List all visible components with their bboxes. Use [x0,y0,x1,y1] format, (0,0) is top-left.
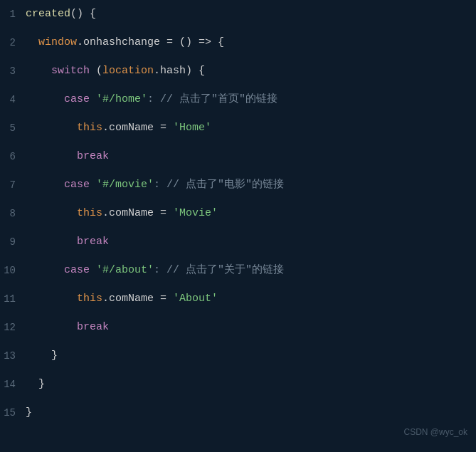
token [26,150,77,162]
token: this [77,122,102,134]
line-number: 3 [0,57,26,85]
token: . [154,65,160,77]
token: : // 点击了"电影"的链接 [154,179,284,191]
token: comName [109,207,154,219]
code-line: 9 break [0,228,476,256]
token: onhashchange [83,36,160,48]
code-line: 13 } [0,342,476,370]
line-content: this.comName = 'About' [26,285,476,313]
code-line: 11 this.comName = 'About' [0,285,476,313]
token [26,321,77,333]
code-line: 14 } [0,370,476,399]
line-content: window.onhashchange = () => { [26,28,476,57]
token: hash [160,65,186,77]
code-line: 10 case '#/about': // 点击了"关于"的链接 [0,256,476,285]
token: location [102,65,154,77]
token: 'About' [173,293,218,305]
token: break [77,321,109,333]
line-content: break [26,313,476,342]
line-number: 2 [0,28,26,57]
line-content: case '#/movie': // 点击了"电影"的链接 [26,171,476,199]
line-number: 7 [0,171,26,199]
line-content: this.comName = 'Home' [26,114,476,142]
token: '#/about' [96,264,154,276]
token [90,93,96,105]
line-content: created() { [26,0,476,28]
token: comName [109,122,154,134]
line-number: 6 [0,142,26,171]
code-line: 4 case '#/home': // 点击了"首页"的链接 [0,85,476,114]
token [26,236,77,248]
token [26,65,51,77]
line-number: 12 [0,313,26,342]
token [90,179,96,191]
token: : // 点击了"首页"的链接 [147,93,277,105]
token [26,122,77,134]
token [26,264,64,276]
token: '#/home' [96,93,147,105]
line-number: 4 [0,85,26,114]
token: switch [51,65,90,77]
token: ( [90,65,102,77]
token: comName [109,293,154,305]
token: } [26,349,58,362]
token: . [102,122,109,134]
line-content: switch (location.hash) { [26,57,476,85]
token [26,293,77,305]
code-line: 12 break [0,313,476,342]
token [26,93,64,105]
line-content: break [26,228,476,256]
token: this [77,207,102,219]
token: created [26,8,70,20]
token [26,36,38,48]
line-number: 15 [0,399,26,427]
token: } [26,378,45,390]
token: = [154,122,173,134]
code-line: 8 this.comName = 'Movie' [0,199,476,228]
token: ) { [186,65,205,77]
line-number: 11 [0,285,26,313]
token: '#/movie' [96,179,154,191]
token [26,207,77,219]
token: = () => { [160,36,224,48]
code-line: 6 break [0,142,476,171]
line-content: case '#/about': // 点击了"关于"的链接 [26,256,476,285]
token: . [102,207,109,219]
token: break [77,236,109,248]
token: break [77,150,109,162]
line-number: 9 [0,228,26,256]
token: case [64,93,90,105]
token: = [154,293,173,305]
line-number: 13 [0,342,26,370]
token: . [77,36,83,48]
line-number: 14 [0,370,26,399]
token: = [154,207,173,219]
token: 'Movie' [173,207,218,219]
token: : // 点击了"关于"的链接 [154,264,284,276]
code-line: 5 this.comName = 'Home' [0,114,476,142]
token: } [26,406,32,419]
line-content: case '#/home': // 点击了"首页"的链接 [26,85,476,114]
token: . [102,293,109,305]
code-line: 2 window.onhashchange = () => { [0,28,476,57]
token: this [77,293,102,305]
line-number: 5 [0,114,26,142]
code-line: 3 switch (location.hash) { [0,57,476,85]
token: 'Home' [173,122,211,134]
line-number: 1 [0,0,26,28]
token [26,179,64,191]
code-line: 7 case '#/movie': // 点击了"电影"的链接 [0,171,476,199]
watermark: CSDN @wyc_ok [403,418,467,446]
line-content: } [26,342,476,370]
line-number: 8 [0,199,26,228]
line-content: break [26,142,476,171]
token [90,264,96,276]
line-content: } [26,370,476,399]
line-content: this.comName = 'Movie' [26,199,476,228]
token: case [64,264,90,276]
token: case [64,179,90,191]
code-line: 1created() { [0,0,476,28]
line-number: 10 [0,256,26,285]
token: window [38,36,77,48]
code-editor: 1created() {2 window.onhashchange = () =… [0,0,476,452]
